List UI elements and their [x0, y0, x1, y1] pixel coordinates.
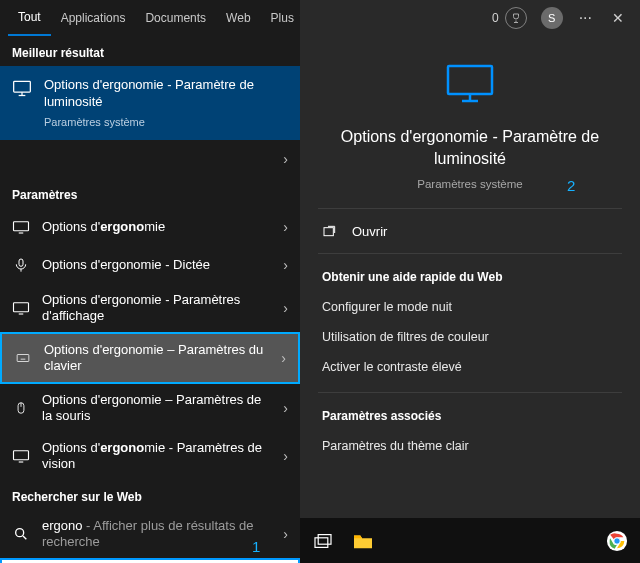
help-link-night-mode[interactable]: Configurer le mode nuit: [300, 292, 640, 322]
result-affichage[interactable]: Options d'ergonomie - Paramètres d'affic…: [0, 284, 300, 332]
result-dictee[interactable]: Options d'ergonomie - Dictée ›: [0, 246, 300, 284]
svg-rect-26: [324, 228, 333, 236]
results-list: x› Paramètres Options d'ergonomie › Opti…: [0, 140, 300, 558]
related-header: Paramètres associés: [300, 393, 640, 431]
best-match-title: Options d'ergonomie - Paramètre de lumin…: [44, 76, 288, 110]
svg-rect-5: [19, 259, 23, 266]
rewards-points: 0: [492, 11, 499, 25]
svg-rect-9: [17, 355, 29, 362]
result-label: Options d'ergonomie – Paramètres de la s…: [42, 392, 271, 424]
open-label: Ouvrir: [352, 224, 387, 239]
monitor-icon: [12, 78, 32, 98]
search-icon: [12, 525, 30, 543]
web-help-header: Obtenir une aide rapide du Web: [300, 254, 640, 292]
monitor-icon: [446, 64, 494, 104]
taskbar: [300, 518, 640, 563]
more-options-button[interactable]: ···: [571, 9, 600, 27]
chevron-right-icon: ›: [281, 350, 286, 366]
task-view-icon: [313, 533, 333, 549]
svg-rect-3: [14, 222, 29, 231]
result-label: ergono - Afficher plus de résultats de r…: [42, 518, 271, 550]
trophy-icon: [505, 7, 527, 29]
section-web-search: Rechercher sur le Web: [0, 480, 300, 510]
result-ergonomie[interactable]: Options d'ergonomie ›: [0, 208, 300, 246]
chevron-right-icon: ›: [283, 400, 288, 416]
monitor-icon: [12, 218, 30, 236]
chevron-right-icon: ›: [283, 526, 288, 542]
file-explorer-button[interactable]: [350, 528, 376, 554]
help-link-color-filters[interactable]: Utilisation de filtres de couleur: [300, 322, 640, 352]
keyboard-icon: [14, 349, 32, 367]
detail-subtitle: Paramètres système: [417, 178, 522, 190]
svg-rect-23: [448, 66, 492, 94]
svg-point-19: [16, 529, 24, 537]
search-tabs: Tout Applications Documents Web Plus ▼: [0, 0, 300, 36]
chrome-icon: [606, 530, 628, 552]
result-vision[interactable]: Options d'ergonomie - Paramètres de visi…: [0, 432, 300, 480]
svg-rect-17: [14, 451, 29, 460]
best-match-subtitle: Paramètres système: [44, 116, 288, 128]
task-view-button[interactable]: [310, 528, 336, 554]
annotation-2: 2: [567, 177, 575, 194]
microphone-icon: [12, 256, 30, 274]
detail-panel: 0 S ··· ✕ Options d'ergonomie - Paramètr…: [300, 0, 640, 518]
monitor-icon: [12, 447, 30, 465]
close-button[interactable]: ✕: [602, 10, 634, 26]
expand-row[interactable]: x›: [0, 140, 300, 178]
account-button[interactable]: S: [535, 7, 569, 29]
tab-more-label: Plus: [271, 11, 294, 25]
folder-icon: [352, 532, 374, 550]
mouse-icon: [12, 399, 30, 417]
avatar: S: [541, 7, 563, 29]
best-match-result[interactable]: Options d'ergonomie - Paramètre de lumin…: [0, 66, 300, 140]
result-label: Options d'ergonomie: [42, 219, 271, 235]
tab-apps[interactable]: Applications: [51, 0, 136, 36]
open-icon: [322, 223, 338, 239]
svg-line-20: [23, 536, 26, 539]
help-link-high-contrast[interactable]: Activer le contraste élevé: [300, 352, 640, 382]
section-settings: Paramètres: [0, 178, 300, 208]
rewards-button[interactable]: 0: [486, 7, 533, 29]
svg-rect-27: [315, 537, 328, 547]
result-clavier[interactable]: Options d'ergonomie – Paramètres du clav…: [2, 334, 298, 382]
chevron-right-icon: ›: [283, 151, 288, 167]
section-best-match: Meilleur résultat: [0, 36, 300, 66]
monitor-icon: [12, 299, 30, 317]
tab-web[interactable]: Web: [216, 0, 260, 36]
result-souris[interactable]: Options d'ergonomie – Paramètres de la s…: [0, 384, 300, 432]
detail-titlebar: 0 S ··· ✕: [300, 0, 640, 36]
detail-hero: Options d'ergonomie - Paramètre de lumin…: [300, 36, 640, 208]
tab-all[interactable]: Tout: [8, 0, 51, 36]
svg-rect-28: [318, 534, 331, 544]
detail-title: Options d'ergonomie - Paramètre de lumin…: [324, 126, 616, 170]
search-box[interactable]: [0, 558, 300, 563]
chrome-button[interactable]: [604, 528, 630, 554]
result-label: Options d'ergonomie - Dictée: [42, 257, 271, 273]
result-label: Options d'ergonomie – Paramètres du clav…: [44, 342, 269, 374]
result-label: Options d'ergonomie - Paramètres de visi…: [42, 440, 271, 472]
chevron-right-icon: ›: [283, 448, 288, 464]
result-label: Options d'ergonomie - Paramètres d'affic…: [42, 292, 271, 324]
related-link-light-theme[interactable]: Paramètres du thème clair: [300, 431, 640, 461]
search-panel: Tout Applications Documents Web Plus ▼ M…: [0, 0, 300, 563]
annotation-1: 1: [252, 538, 260, 555]
open-action[interactable]: Ouvrir: [300, 209, 640, 253]
chevron-right-icon: ›: [283, 257, 288, 273]
tab-docs[interactable]: Documents: [135, 0, 216, 36]
result-clavier-highlight: Options d'ergonomie – Paramètres du clav…: [0, 332, 300, 384]
svg-rect-0: [14, 81, 31, 92]
chevron-right-icon: ›: [283, 300, 288, 316]
svg-rect-7: [14, 303, 29, 312]
chevron-right-icon: ›: [283, 219, 288, 235]
